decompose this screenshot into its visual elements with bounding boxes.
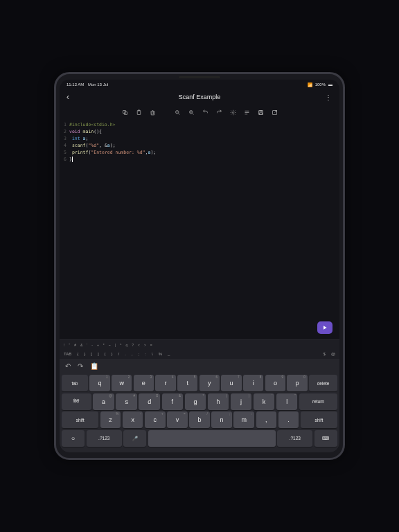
- key-j[interactable]: j): [231, 393, 252, 410]
- symbol-key[interactable]: ": [67, 343, 71, 347]
- key-k[interactable]: k': [254, 393, 275, 410]
- symbol-key[interactable]: q: [124, 343, 129, 347]
- numeric-key-2[interactable]: .?123: [277, 430, 312, 447]
- key-r[interactable]: r4: [155, 375, 175, 391]
- code-line[interactable]: }: [69, 156, 339, 163]
- space-key[interactable]: [148, 430, 276, 447]
- save-icon[interactable]: [257, 109, 264, 116]
- key-e[interactable]: e3: [134, 375, 154, 391]
- symbol-bar-2[interactable]: TAB {}[]()/.,;:\%_ $ @: [60, 349, 339, 359]
- format-icon[interactable]: [243, 109, 250, 116]
- open-icon[interactable]: [271, 109, 278, 116]
- code-line[interactable]: void main(){: [69, 128, 339, 135]
- symbol-key[interactable]: \: [152, 352, 153, 356]
- symbol-key[interactable]: [: [91, 352, 92, 356]
- key-period[interactable]: .: [278, 411, 299, 428]
- symbol-key[interactable]: _: [168, 352, 170, 356]
- lang-key[interactable]: हिंदी: [62, 393, 91, 410]
- emoji-key[interactable]: ☺: [62, 430, 85, 447]
- delete-icon[interactable]: [149, 109, 156, 116]
- symbol-bar-1[interactable]: !"#&'-+*~|^q?<>=: [60, 339, 339, 349]
- symbol-key[interactable]: +: [96, 343, 100, 347]
- symbol-key[interactable]: <: [136, 343, 141, 347]
- code-line[interactable]: #include<stdio.h>: [69, 121, 339, 128]
- key-t[interactable]: t5: [177, 375, 197, 391]
- paste-icon[interactable]: [135, 109, 142, 116]
- kb-undo-icon[interactable]: ↶: [65, 362, 71, 370]
- mic-key[interactable]: 🎤: [123, 430, 146, 447]
- symbol-key[interactable]: /: [118, 352, 120, 356]
- key-q[interactable]: q1: [89, 375, 109, 391]
- key-l[interactable]: l": [276, 393, 298, 410]
- code-area[interactable]: #include<stdio.h>void main(){ int a; sca…: [69, 121, 339, 339]
- run-button[interactable]: [317, 321, 332, 334]
- more-button[interactable]: ⋮: [325, 94, 332, 101]
- symbol-key[interactable]: .: [125, 352, 126, 356]
- key-y[interactable]: y6: [200, 375, 220, 391]
- dismiss-keyboard-key[interactable]: ⌨: [314, 430, 337, 447]
- symbol-key[interactable]: ^: [118, 343, 123, 347]
- code-editor[interactable]: 123456 #include<stdio.h>void main(){ int…: [60, 120, 339, 339]
- copy-icon[interactable]: [121, 109, 128, 116]
- symbol-key[interactable]: ;: [139, 352, 140, 356]
- redo-icon[interactable]: [215, 109, 222, 116]
- key-o[interactable]: o9: [265, 375, 285, 391]
- key-z[interactable]: z%: [100, 411, 121, 428]
- key-g[interactable]: g*: [185, 393, 206, 410]
- key-s[interactable]: s#: [116, 393, 137, 410]
- return-key[interactable]: return: [299, 393, 337, 410]
- symbol-key[interactable]: }: [84, 352, 85, 356]
- shift-key-left[interactable]: shift: [62, 411, 98, 428]
- kb-clipboard-icon[interactable]: 📋: [90, 362, 98, 370]
- back-button[interactable]: ‹: [66, 92, 69, 102]
- delete-key[interactable]: delete: [309, 375, 337, 391]
- kb-redo-icon[interactable]: ↷: [78, 362, 83, 370]
- dollar-key[interactable]: $: [323, 352, 326, 356]
- code-line[interactable]: int a;: [69, 135, 339, 142]
- symbol-key[interactable]: {: [77, 352, 78, 356]
- tab-key-label[interactable]: TAB: [64, 352, 71, 356]
- code-line[interactable]: printf("Entered number: %d",a);: [69, 149, 339, 156]
- shift-key-right[interactable]: shift: [301, 411, 337, 428]
- symbol-key[interactable]: ': [85, 343, 89, 347]
- symbol-key[interactable]: ?: [130, 343, 135, 347]
- symbol-key[interactable]: |: [114, 343, 117, 347]
- code-line[interactable]: scanf("%d", &a);: [69, 142, 339, 149]
- key-x[interactable]: x-: [123, 411, 143, 428]
- symbol-key[interactable]: #: [73, 343, 78, 347]
- tab-key[interactable]: tab: [62, 375, 88, 391]
- key-h[interactable]: h(: [208, 393, 229, 410]
- symbol-key[interactable]: -: [90, 343, 94, 347]
- symbol-key[interactable]: (: [105, 352, 106, 356]
- key-c[interactable]: c+: [145, 411, 166, 428]
- symbol-key[interactable]: ,: [132, 352, 133, 356]
- key-w[interactable]: w2: [112, 375, 132, 391]
- key-f[interactable]: f&: [162, 393, 184, 410]
- key-n[interactable]: n;: [211, 411, 232, 428]
- symbol-key[interactable]: %: [159, 352, 162, 356]
- key-u[interactable]: u7: [221, 375, 241, 391]
- key-m[interactable]: m:: [233, 411, 254, 428]
- at-key[interactable]: @: [331, 352, 335, 356]
- key-v[interactable]: v=: [167, 411, 188, 428]
- symbol-key[interactable]: >: [143, 343, 148, 347]
- settings-icon[interactable]: [229, 109, 236, 116]
- zoom-out-icon[interactable]: [174, 109, 181, 116]
- symbol-key[interactable]: :: [145, 352, 146, 356]
- symbol-key[interactable]: *: [102, 343, 106, 347]
- zoom-in-icon[interactable]: [188, 109, 195, 116]
- undo-icon[interactable]: [202, 109, 209, 116]
- key-a[interactable]: a@: [93, 393, 114, 410]
- symbol-key[interactable]: =: [149, 343, 154, 347]
- symbol-key[interactable]: ~: [107, 343, 112, 347]
- numeric-key[interactable]: .?123: [87, 430, 122, 447]
- symbol-key[interactable]: !: [62, 343, 66, 347]
- key-i[interactable]: i8: [243, 375, 263, 391]
- key-b[interactable]: b/: [189, 411, 210, 428]
- symbol-key[interactable]: ): [112, 352, 113, 356]
- symbol-key[interactable]: ]: [98, 352, 99, 356]
- symbol-key[interactable]: &: [79, 343, 84, 347]
- key-d[interactable]: d$: [139, 393, 160, 410]
- key-p[interactable]: p0: [287, 375, 307, 391]
- key-comma[interactable]: ,: [256, 411, 277, 428]
